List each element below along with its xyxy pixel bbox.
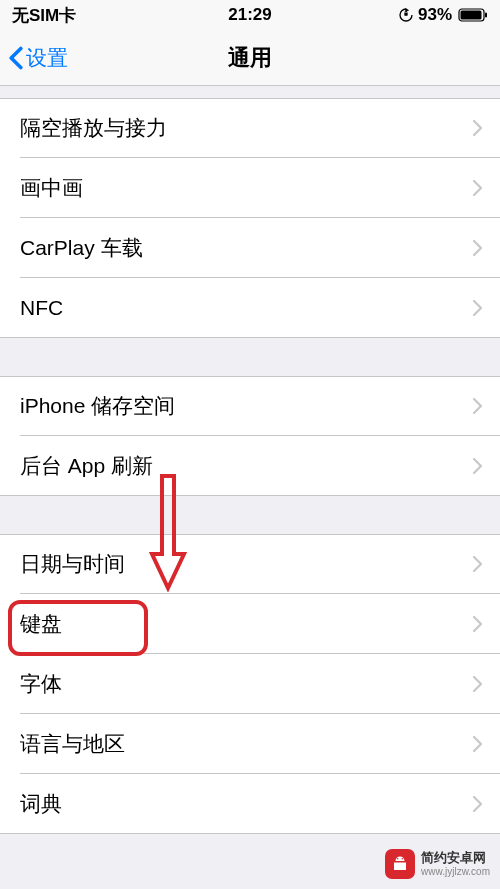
row-label: iPhone 储存空间 bbox=[20, 392, 175, 420]
group-spacer bbox=[0, 86, 500, 98]
rotation-lock-icon bbox=[398, 7, 414, 23]
status-carrier: 无SIM卡 bbox=[12, 4, 76, 27]
row-language-region[interactable]: 语言与地区 bbox=[0, 714, 500, 774]
svg-point-5 bbox=[402, 858, 404, 860]
chevron-right-icon bbox=[473, 240, 482, 256]
svg-point-4 bbox=[397, 858, 399, 860]
row-label: 词典 bbox=[20, 790, 62, 818]
row-date-time[interactable]: 日期与时间 bbox=[0, 534, 500, 594]
watermark-title: 简约安卓网 bbox=[421, 851, 490, 865]
row-fonts[interactable]: 字体 bbox=[0, 654, 500, 714]
svg-rect-3 bbox=[485, 13, 487, 18]
chevron-right-icon bbox=[473, 300, 482, 316]
chevron-right-icon bbox=[473, 120, 482, 136]
row-iphone-storage[interactable]: iPhone 储存空间 bbox=[0, 376, 500, 436]
row-label: 语言与地区 bbox=[20, 730, 125, 758]
back-label: 设置 bbox=[26, 44, 68, 72]
group-spacer bbox=[0, 338, 500, 376]
chevron-right-icon bbox=[473, 398, 482, 414]
row-label: 隔空播放与接力 bbox=[20, 114, 167, 142]
row-label: 画中画 bbox=[20, 174, 83, 202]
status-bar: 无SIM卡 21:29 93% bbox=[0, 0, 500, 30]
row-label: NFC bbox=[20, 296, 63, 320]
battery-icon bbox=[458, 8, 488, 22]
row-label: 日期与时间 bbox=[20, 550, 125, 578]
status-right: 93% bbox=[398, 5, 488, 25]
row-label: 后台 App 刷新 bbox=[20, 452, 153, 480]
row-label: 字体 bbox=[20, 670, 62, 698]
battery-percent: 93% bbox=[418, 5, 452, 25]
content: 隔空播放与接力 画中画 CarPlay 车载 NFC iPhone 储存空间 后… bbox=[0, 86, 500, 889]
chevron-right-icon bbox=[473, 796, 482, 812]
back-button[interactable]: 设置 bbox=[0, 44, 68, 72]
chevron-right-icon bbox=[473, 458, 482, 474]
watermark-logo-icon bbox=[385, 849, 415, 879]
row-picture-in-picture[interactable]: 画中画 bbox=[0, 158, 500, 218]
svg-rect-0 bbox=[404, 13, 407, 16]
status-time: 21:29 bbox=[228, 5, 271, 25]
watermark-url: www.jyjlzw.com bbox=[421, 866, 490, 877]
group-spacer bbox=[0, 496, 500, 534]
svg-rect-2 bbox=[461, 11, 482, 20]
row-label: 键盘 bbox=[20, 610, 62, 638]
row-nfc[interactable]: NFC bbox=[0, 278, 500, 338]
chevron-right-icon bbox=[473, 180, 482, 196]
carrier-text: 无SIM卡 bbox=[12, 4, 76, 27]
chevron-left-icon bbox=[8, 46, 24, 70]
row-carplay[interactable]: CarPlay 车载 bbox=[0, 218, 500, 278]
chevron-right-icon bbox=[473, 736, 482, 752]
nav-bar: 设置 通用 bbox=[0, 30, 500, 86]
row-background-app-refresh[interactable]: 后台 App 刷新 bbox=[0, 436, 500, 496]
watermark: 简约安卓网 www.jyjlzw.com bbox=[385, 849, 490, 879]
row-dictionary[interactable]: 词典 bbox=[0, 774, 500, 834]
chevron-right-icon bbox=[473, 676, 482, 692]
row-keyboard[interactable]: 键盘 bbox=[0, 594, 500, 654]
watermark-text: 简约安卓网 www.jyjlzw.com bbox=[421, 851, 490, 876]
row-airplay-handoff[interactable]: 隔空播放与接力 bbox=[0, 98, 500, 158]
page-title: 通用 bbox=[228, 43, 272, 73]
row-label: CarPlay 车载 bbox=[20, 234, 143, 262]
chevron-right-icon bbox=[473, 616, 482, 632]
chevron-right-icon bbox=[473, 556, 482, 572]
